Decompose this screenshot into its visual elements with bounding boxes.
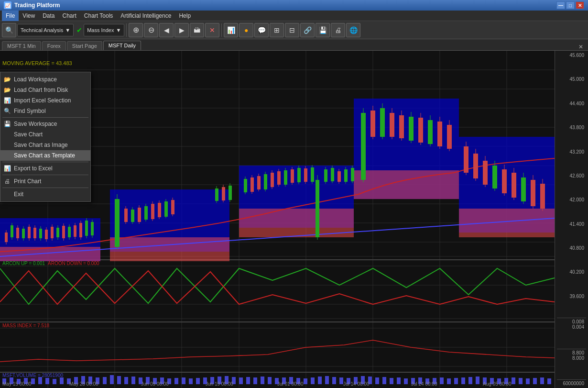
svg-rect-211 <box>304 378 307 384</box>
dropdown-arrow-icon: ▼ <box>65 27 70 33</box>
menu-save-chart[interactable]: Save Chart <box>0 129 90 140</box>
svg-rect-31 <box>0 247 100 261</box>
grid-btn[interactable]: ⊞ <box>270 23 284 37</box>
menu-load-chart-from-disk[interactable]: 📂 Load Chart from Disk <box>0 85 90 95</box>
menu-save-workspace[interactable]: 💾 Save Workspace <box>0 119 90 129</box>
save-chart-image-label: Save Chart as Image <box>14 142 68 148</box>
export-excel-label: Export to Excel <box>14 165 53 172</box>
menu-data[interactable]: Data <box>39 11 58 21</box>
svg-text:Jul 01 00:00: Jul 01 00:00 <box>277 381 304 387</box>
app-title: Trading Platform <box>14 2 60 9</box>
link-btn[interactable]: 🔗 <box>300 23 315 37</box>
fm-sep-1 <box>2 117 88 118</box>
indicator-group2-dropdown[interactable]: Mass Index ▼ <box>84 24 124 36</box>
svg-rect-244 <box>540 377 544 384</box>
price-label-3: 44.400 <box>557 101 586 106</box>
svg-rect-223 <box>390 378 393 384</box>
menu-print-chart[interactable]: 🖨 Print Chart <box>0 176 90 187</box>
tab-start-page[interactable]: Start Page <box>67 41 102 50</box>
price-label-5: 43.200 <box>557 149 586 155</box>
svg-rect-222 <box>382 377 386 384</box>
price-label-2: 45.000 <box>557 77 586 82</box>
svg-rect-243 <box>533 378 537 384</box>
svg-rect-175 <box>45 378 49 384</box>
menu-ai[interactable]: Artificial Intelligence <box>117 11 175 21</box>
svg-rect-204 <box>253 377 257 384</box>
globe-btn[interactable]: 🌐 <box>346 23 360 37</box>
print-btn[interactable]: 🖨 <box>331 23 345 37</box>
save-btn[interactable]: 💾 <box>316 23 330 37</box>
menu-exit[interactable]: Exit <box>0 189 90 200</box>
close-x-btn[interactable]: ✕ <box>205 23 219 37</box>
bar-chart-btn[interactable]: 📊 <box>224 23 238 37</box>
aroon-price-label-1: 0.008 <box>557 319 586 324</box>
tab-msft-1min[interactable]: MSFT 1 Min <box>2 41 41 50</box>
minimize-button[interactable]: — <box>556 1 565 9</box>
svg-rect-174 <box>38 377 42 384</box>
maximize-button[interactable]: □ <box>566 1 575 9</box>
tab-msft-daily[interactable]: MSFT Daily <box>103 41 141 50</box>
find-symbol-icon: 🔍 <box>3 107 11 115</box>
chat-btn[interactable]: 💬 <box>254 23 269 37</box>
save-workspace-icon: 💾 <box>3 120 11 128</box>
menu-save-chart-image[interactable]: Save Chart as Image <box>0 140 90 150</box>
zoom-in-btn2[interactable]: ⊕ <box>129 23 143 37</box>
menu-view[interactable]: View <box>19 11 39 21</box>
mountain-btn[interactable]: 🏔 <box>190 23 204 37</box>
price-axis: 45.600 45.000 44.400 43.800 43.200 42.60… <box>555 51 588 388</box>
svg-rect-173 <box>31 378 35 384</box>
save-chart-template-label: Save Chart as Template <box>14 152 75 159</box>
menu-chart-tools[interactable]: Chart Tools <box>80 11 117 21</box>
load-chart-label: Load Chart from Disk <box>14 87 68 93</box>
exit-icon <box>3 190 11 198</box>
menu-save-chart-template[interactable]: Save Chart as Template <box>0 150 90 161</box>
price-label-11: 39.600 <box>557 294 586 299</box>
print-chart-label: Print Chart <box>14 178 41 185</box>
svg-rect-183 <box>103 377 107 384</box>
menu-file[interactable]: File <box>2 11 19 21</box>
menu-import-excel[interactable]: 📊 Import Excel Selection <box>0 95 90 106</box>
fm-sep-3 <box>2 175 88 175</box>
svg-rect-184 <box>110 375 114 384</box>
svg-rect-37 <box>354 170 459 199</box>
toolbar: 🔍 Technical Analysis ▼ ✔ Mass Index ▼ ⊕ … <box>0 21 588 39</box>
svg-rect-33 <box>110 237 229 261</box>
menu-find-symbol[interactable]: 🔍 Find Symbol <box>0 106 90 116</box>
svg-text:May 15 00:00: May 15 00:00 <box>2 381 32 387</box>
tab-close-button[interactable]: ✕ <box>576 44 586 50</box>
svg-rect-187 <box>131 377 135 384</box>
zoom-in-button[interactable]: 🔍 <box>2 23 16 37</box>
indicator-group1-dropdown[interactable]: Technical Analysis ▼ <box>17 24 74 36</box>
aroon-price-label-2: 0.004 <box>557 324 586 330</box>
svg-rect-224 <box>397 377 401 384</box>
svg-text:Jun 09 00:00: Jun 09 00:00 <box>141 381 169 387</box>
price-label-6: 42.600 <box>557 173 586 178</box>
menu-load-workspace[interactable]: 📂 Load Workspace <box>0 74 90 85</box>
svg-rect-242 <box>526 378 530 384</box>
fm-sep-2 <box>2 162 88 162</box>
load-chart-icon: 📂 <box>3 86 11 94</box>
svg-rect-176 <box>53 379 56 384</box>
zoom-out-btn[interactable]: ⊖ <box>144 23 158 37</box>
svg-text:AROON DOWN = 0.000: AROON DOWN = 0.000 <box>48 261 99 266</box>
svg-text:Jul 24 00:00: Jul 24 00:00 <box>411 381 437 387</box>
indicator-btn[interactable]: ● <box>239 23 253 37</box>
menu-chart[interactable]: Chart <box>59 11 80 21</box>
svg-rect-205 <box>261 377 264 384</box>
menu-export-excel[interactable]: 📊 Export to Excel <box>0 163 90 174</box>
svg-rect-185 <box>117 376 121 384</box>
toolbar-separator-1 <box>126 23 127 37</box>
svg-rect-215 <box>332 377 336 384</box>
exit-label: Exit <box>14 191 23 198</box>
forward-btn[interactable]: ▶ <box>174 23 189 37</box>
close-button[interactable]: ✕ <box>576 1 584 9</box>
grid2-btn[interactable]: ⊟ <box>285 23 299 37</box>
window-controls[interactable]: — □ ✕ <box>556 1 584 9</box>
back-btn[interactable]: ◀ <box>159 23 174 37</box>
tab-bar: MSFT 1 Min Forex Start Page MSFT Daily ✕ <box>0 39 588 51</box>
tab-forex[interactable]: Forex <box>42 41 66 50</box>
svg-text:Aug 05 00:00: Aug 05 00:00 <box>483 381 512 387</box>
menu-help[interactable]: Help <box>175 11 195 21</box>
file-menu-dropdown: 📂 Load Workspace 📂 Load Chart from Disk … <box>0 72 91 202</box>
svg-rect-230 <box>440 377 444 384</box>
